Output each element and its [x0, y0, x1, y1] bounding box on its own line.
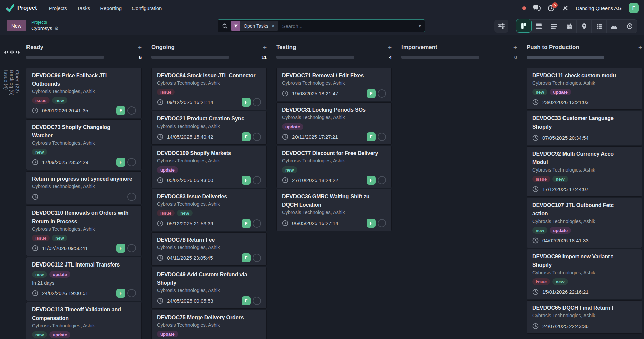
deadline-clock-icon[interactable]: [532, 237, 539, 244]
deadline-clock-icon[interactable]: [157, 134, 163, 140]
view-gantt-button[interactable]: [546, 20, 561, 33]
assignee-avatar[interactable]: F: [241, 98, 251, 107]
deadline-clock-icon[interactable]: [32, 159, 38, 165]
deadline-clock-icon[interactable]: [282, 134, 288, 140]
view-calendar-button[interactable]: [561, 20, 577, 33]
kanban-card[interactable]: DEVDOC110 Removals on Orders withReturn …: [26, 205, 142, 256]
kanban-card[interactable]: DEVDOC65 DQCH Final Return FCybrosis Tec…: [527, 300, 642, 334]
assignee-avatar[interactable]: F: [241, 296, 251, 305]
kanban-card[interactable]: DEVDOC36 GMRC Waiting Shift zuDQCH Locat…: [276, 189, 392, 231]
kanban-card[interactable]: DEVDOC71 Removal / Edit FixesCybrosis Te…: [276, 68, 392, 101]
assignee-avatar[interactable]: F: [116, 158, 125, 167]
menu-tasks[interactable]: Tasks: [77, 5, 90, 11]
task-state-circle[interactable]: [253, 254, 261, 262]
task-state-circle[interactable]: [253, 133, 261, 141]
search-dropdown-toggle[interactable]: ▼: [415, 20, 425, 32]
kanban-card[interactable]: DEVDOC81 Locking Periods SOsCybrosis Tec…: [276, 102, 392, 145]
kanban-card[interactable]: DEVDOC113 Timeoff Validation andCompensa…: [26, 302, 142, 339]
activities-icon[interactable]: 5: [548, 5, 555, 12]
task-state-circle[interactable]: [127, 193, 136, 201]
kanban-card[interactable]: DEVDOC109 Shopify MarketsCybrosis Techno…: [151, 146, 267, 188]
deadline-clock-icon[interactable]: [32, 245, 38, 251]
display-settings-button[interactable]: [494, 20, 508, 33]
kanban-card[interactable]: DEVDOC84 Stock Issue JTL ConnectorCybros…: [151, 68, 267, 110]
gear-icon[interactable]: ⚙: [55, 26, 59, 32]
view-map-button[interactable]: [577, 20, 592, 33]
deadline-clock-icon[interactable]: [282, 177, 288, 183]
assignee-avatar[interactable]: F: [367, 176, 376, 185]
kanban-card[interactable]: DEVDOC73 Shopify ChangelogWatcherCybrosi…: [26, 119, 142, 170]
company-name[interactable]: Dancing Queens AG: [576, 5, 622, 11]
task-state-circle[interactable]: [127, 244, 136, 252]
add-task-icon[interactable]: +: [138, 44, 142, 51]
task-state-circle[interactable]: [378, 133, 386, 141]
deadline-clock-icon[interactable]: [157, 177, 163, 183]
assignee-avatar[interactable]: F: [241, 219, 251, 228]
view-kanban-button[interactable]: [516, 19, 531, 32]
kanban-column-folded[interactable]: Issue (4): [3, 35, 9, 339]
task-state-circle[interactable]: [378, 176, 386, 184]
search-bar[interactable]: Open Tasks ✕ ▼: [218, 19, 425, 32]
add-task-icon[interactable]: +: [638, 44, 642, 51]
task-state-circle[interactable]: [253, 176, 261, 184]
assignee-avatar[interactable]: F: [241, 132, 251, 141]
deadline-clock-icon[interactable]: [532, 186, 539, 192]
kanban-card[interactable]: DEVDOC92 Multi Currency AccoModulCybrosi…: [527, 146, 642, 197]
deadline-clock-icon[interactable]: [32, 290, 38, 296]
kanban-card[interactable]: DEVDOC21 Product Creation SyncCybrosis T…: [151, 111, 267, 145]
deadline-clock-icon[interactable]: [282, 90, 288, 97]
task-state-circle[interactable]: [127, 158, 136, 166]
kanban-card[interactable]: DEVDOC33 Customer LanguageShopify07/05/2…: [527, 111, 642, 145]
deadline-clock-icon[interactable]: [32, 107, 38, 114]
kanban-column-folded[interactable]: Open (22): [15, 35, 20, 339]
assignee-avatar[interactable]: F: [367, 132, 376, 141]
view-list-button[interactable]: [531, 20, 546, 33]
add-task-icon[interactable]: +: [388, 44, 392, 51]
project-app-logo[interactable]: Project: [5, 4, 37, 12]
view-pivot-button[interactable]: [592, 20, 607, 33]
kanban-card[interactable]: DEVDOC96 Price Fallback JTLOutboundsCybr…: [26, 68, 142, 118]
kanban-card[interactable]: DEVDOC75 Merge Delivery OrdersCybrosis T…: [151, 310, 267, 339]
facet-remove-icon[interactable]: ✕: [271, 23, 278, 29]
column-progressbar[interactable]: [151, 56, 229, 59]
unfold-column-icon[interactable]: [15, 49, 20, 55]
assignee-avatar[interactable]: F: [241, 176, 251, 185]
user-avatar[interactable]: F: [629, 3, 639, 13]
search-input[interactable]: [282, 23, 415, 29]
view-graph-button[interactable]: [607, 20, 622, 33]
kanban-card[interactable]: DEVDOC107 JTL Outbound FetcactionCybrosi…: [527, 198, 642, 248]
kanban-column-folded[interactable]: Backlog (6): [9, 35, 15, 339]
menu-reporting[interactable]: Reporting: [100, 5, 122, 11]
debug-tools-icon[interactable]: [562, 5, 569, 11]
deadline-clock-icon[interactable]: [532, 323, 539, 329]
assignee-avatar[interactable]: F: [116, 289, 125, 298]
assignee-avatar[interactable]: F: [367, 89, 376, 98]
assignee-avatar[interactable]: F: [116, 244, 125, 253]
kanban-card[interactable]: DEVDOC78 Return FeeCybrosis Technologies…: [151, 232, 267, 266]
deadline-clock-icon[interactable]: [32, 194, 38, 200]
kanban-card[interactable]: DEVDOC111 check custom moduCybrosis Tech…: [527, 68, 642, 110]
column-progressbar[interactable]: [527, 56, 604, 59]
menu-projects[interactable]: Projects: [49, 5, 67, 11]
column-progressbar[interactable]: [401, 56, 479, 59]
add-task-icon[interactable]: +: [263, 44, 267, 51]
messages-icon[interactable]: [533, 5, 541, 11]
deadline-clock-icon[interactable]: [532, 99, 539, 105]
deadline-clock-icon[interactable]: [532, 289, 539, 295]
task-state-circle[interactable]: [253, 297, 261, 305]
assignee-avatar[interactable]: F: [241, 253, 251, 262]
view-activity-button[interactable]: [622, 20, 637, 33]
deadline-clock-icon[interactable]: [157, 220, 163, 227]
deadline-clock-icon[interactable]: [157, 298, 163, 304]
breadcrumb-projects-link[interactable]: Projects: [31, 20, 59, 25]
unfold-column-icon[interactable]: [10, 49, 14, 55]
task-state-circle[interactable]: [378, 89, 386, 98]
kanban-card[interactable]: DEVDOC49 Add Custom Refund viaShopifyCyb…: [151, 267, 267, 309]
deadline-clock-icon[interactable]: [157, 255, 163, 261]
new-button[interactable]: New: [7, 20, 26, 31]
task-state-circle[interactable]: [378, 219, 386, 227]
kanban-card[interactable]: DEVDOC112 JTL Internal Transfersnewupdat…: [26, 257, 142, 301]
kanban-card[interactable]: Return in progress not synced anymoreCyb…: [26, 171, 142, 204]
deadline-clock-icon[interactable]: [532, 135, 539, 141]
unfold-column-icon[interactable]: [4, 49, 9, 55]
